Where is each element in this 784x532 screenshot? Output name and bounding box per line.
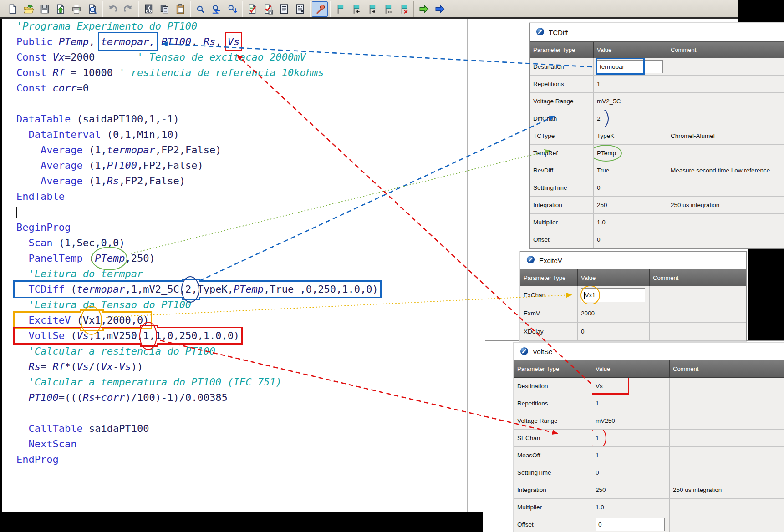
tcdiff-row-diffchan-value[interactable]: 2 <box>594 110 667 127</box>
excitev-instruction-icon <box>526 255 535 265</box>
voltse-row-integration-value[interactable]: 250 <box>592 481 670 498</box>
compile-button[interactable] <box>244 1 260 17</box>
undo-button[interactable] <box>104 1 120 17</box>
save-file-button[interactable] <box>36 1 52 17</box>
pane-divider[interactable] <box>467 19 468 512</box>
code-line-box-orange: ExciteV (Vx1,2000,0) <box>16 314 149 326</box>
black-region-top-right <box>738 0 784 23</box>
cut-icon <box>143 4 154 15</box>
tcdiff-row-revdiff-comment: Measure second time Low reference <box>667 162 784 179</box>
goto-compiled-blue-button[interactable] <box>432 1 448 17</box>
code-line-6 <box>16 96 466 111</box>
voltse-row-destination-value[interactable]: Vs <box>592 378 670 395</box>
tcdiff-row-destination-value[interactable]: termopar <box>594 58 667 75</box>
voltse-row-measoff-value[interactable]: 1 <box>592 447 670 464</box>
tcdiff-row-offset-value[interactable]: 0 <box>594 231 667 248</box>
excitev-row-xdelay: XDelay0 <box>520 323 746 341</box>
redo-button[interactable] <box>120 1 136 17</box>
voltse-row-offset-param: Offset <box>514 516 592 532</box>
annotated-token: termopar, <box>101 34 155 50</box>
cut-button[interactable] <box>140 1 156 17</box>
new-file-button[interactable] <box>5 1 20 17</box>
tcdiff-row-repetitions: Repetitions1 <box>530 76 784 93</box>
code-line-5: Const corr=0 <box>16 81 466 96</box>
print-preview-icon <box>87 4 98 15</box>
excitev-row-exchan-param: ExChan <box>520 286 578 304</box>
tcdiff-row-settlingtime-param: SettlingTime <box>530 179 594 196</box>
excitev-panel: ExciteVParameter TypeValueCommentExChanV… <box>520 251 747 341</box>
copy-button[interactable] <box>156 1 172 17</box>
print-preview-button[interactable] <box>84 1 100 17</box>
voltse-row-repetitions-value[interactable]: 1 <box>592 395 670 412</box>
instruction-panel-button[interactable] <box>276 1 292 17</box>
send-program-button[interactable] <box>52 1 68 17</box>
voltse-row-multiplier-param: Multiplier <box>514 499 592 516</box>
compile-save-send-button[interactable] <box>260 1 276 17</box>
voltse-row-settlingtime-value[interactable]: 0 <box>592 464 670 481</box>
toolbar-group <box>414 1 449 17</box>
open-file-icon <box>23 4 34 15</box>
tcdiff-row-tempref-param: TempRef <box>530 145 594 162</box>
code-line-15: Scan (1,Sec,0,0) <box>16 235 466 251</box>
text-caret <box>584 292 585 299</box>
toolbar-group <box>310 1 330 17</box>
code-editor[interactable]: 'Programa Experimento do PT100Public PTe… <box>2 19 466 512</box>
open-file-button[interactable] <box>20 1 36 17</box>
tcdiff-row-settlingtime: SettlingTime0 <box>530 179 784 197</box>
voltse-row-voltage-range-comment <box>670 412 784 429</box>
tcdiff-row-multiplier-param: Multiplier <box>530 214 594 231</box>
goto-compiled-green-button[interactable] <box>416 1 432 17</box>
bookmark-clear-button[interactable] <box>396 1 412 17</box>
find-next-button[interactable] <box>224 1 240 17</box>
excitev-row-exmv-comment <box>650 304 747 322</box>
tcdiff-row-settlingtime-value[interactable]: 0 <box>594 179 667 196</box>
tcdiff-row-integration-comment: 250 us integration <box>667 197 784 213</box>
code-line-14: BeginProg <box>16 220 466 235</box>
excitev-row-exchan-value[interactable]: Vx1 <box>578 286 650 304</box>
tcdiff-row-tempref-value[interactable]: PTemp <box>594 145 667 162</box>
tcdiff-row-tctype-value[interactable]: TypeK <box>594 127 667 144</box>
excitev-row-exmv-value[interactable]: 2000 <box>578 304 650 322</box>
code-line-16: PanelTemp (PTemp,250) <box>16 251 466 266</box>
excitev-row-exmv: ExmV2000 <box>520 304 746 323</box>
crbasic-editor-window: { "palette": { "kw": "#3333cc", "id": "#… <box>0 0 784 532</box>
tcdiff-row-revdiff-value[interactable]: True <box>594 162 667 179</box>
wrench-tool-button[interactable] <box>312 1 328 17</box>
tcdiff-row-repetitions-value[interactable]: 1 <box>594 76 667 92</box>
paste-button[interactable] <box>172 1 188 17</box>
tcdiff-row-voltage-range: Voltage RangemV2_5C <box>530 93 784 110</box>
bookmark-toggle-button[interactable] <box>332 1 348 17</box>
voltse-row-offset-value[interactable]: 0 <box>592 516 670 532</box>
voltse-row-multiplier-value[interactable]: 1.0 <box>592 499 670 516</box>
tcdiff-panel: TCDiffParameter TypeValueCommentDestinat… <box>529 23 784 249</box>
goto-compiled-blue-icon <box>434 4 445 15</box>
voltse-row-voltage-range-value[interactable]: mV250 <box>592 412 670 429</box>
tcdiff-row-tctype-comment: Chromel-Alumel <box>667 127 784 144</box>
voltse-row-sechan-value[interactable]: 1 <box>592 430 670 446</box>
tcdiff-row-tctype-param: TCType <box>530 127 594 144</box>
program-templates-button[interactable] <box>292 1 308 17</box>
code-line-28: NextScan <box>16 436 466 452</box>
excitev-row-xdelay-value[interactable]: 0 <box>578 323 650 340</box>
tcdiff-row-repetitions-comment <box>667 76 784 92</box>
toolbar-group <box>102 1 138 17</box>
voltse-row-destination: DestinationVs <box>514 378 784 395</box>
tcdiff-row-multiplier-value[interactable]: 1.0 <box>594 214 667 231</box>
excitev-header-comment: Comment <box>650 269 747 286</box>
voltse-row-measoff-param: MeasOff <box>514 447 592 464</box>
voltse-panel-title: VoltSe <box>533 348 552 355</box>
excitev-header-value: Value <box>578 269 650 286</box>
annotated-token: 1, <box>143 328 155 344</box>
tcdiff-row-integration-value[interactable]: 250 <box>594 197 667 213</box>
print-button[interactable] <box>68 1 84 17</box>
bookmark-next-button[interactable] <box>364 1 380 17</box>
compile-save-send-icon <box>263 4 274 15</box>
tcdiff-row-tctype: TCTypeTypeKChromel-Alumel <box>530 127 784 145</box>
tcdiff-row-voltage-range-value[interactable]: mV2_5C <box>594 93 667 110</box>
find-button[interactable] <box>192 1 208 17</box>
tcdiff-row-offset-comment <box>667 231 784 248</box>
bookmark-previous-button[interactable] <box>348 1 364 17</box>
toolbar-group <box>242 1 310 17</box>
replace-button[interactable] <box>208 1 224 17</box>
bookmark-list-button[interactable] <box>380 1 396 17</box>
